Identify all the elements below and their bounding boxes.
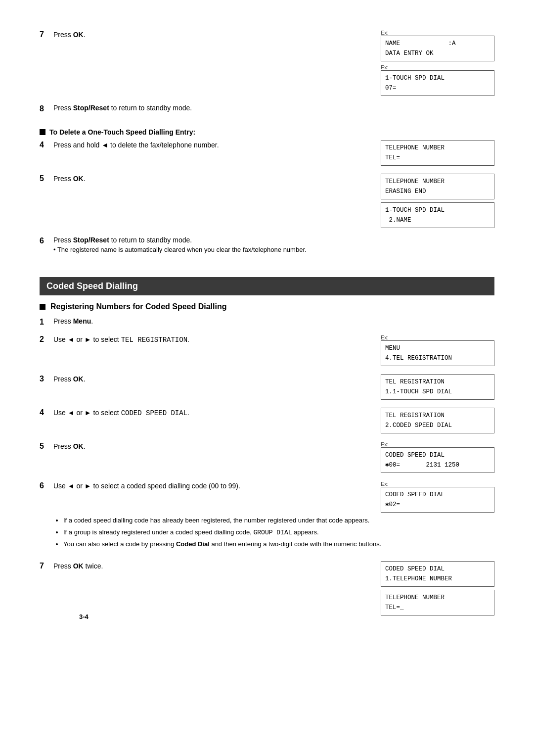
coded-step-5-number: 5 <box>40 442 53 451</box>
lcd-tel-reg-touch: TEL REGISTRATION 1.1-TOUCH SPD DIAL <box>381 374 494 400</box>
step-4-delete-text: Press and hold ◄ to delete the fax/telep… <box>53 140 361 152</box>
step-6-delete-text: Press Stop/Reset to return to standby mo… <box>53 236 494 244</box>
coded-step-6-block: 6 Use ◄ or ► to select a coded speed dia… <box>40 481 494 553</box>
lcd-coded-speed-dial-02: CODED SPEED DIAL ✱02= <box>381 487 494 513</box>
coded-step-7-number: 7 <box>40 562 53 570</box>
coded-step-1-number: 1 <box>40 318 53 327</box>
step-4-delete-row: Press and hold ◄ to delete the fax/telep… <box>53 140 494 166</box>
coded-step-6-note-3: You can also select a code by pressing C… <box>63 539 494 549</box>
coded-step-4-lcd-group: TEL REGISTRATION 2.CODED SPEED DIAL <box>381 408 494 433</box>
coded-step-2-row: Use ◄ or ► to select TEL REGISTRATION. E… <box>53 334 494 366</box>
lcd-touch-spd-name: 1-TOUCH SPD DIAL 2.NAME <box>381 202 494 228</box>
page-footer: 3-4 <box>40 620 494 650</box>
coded-step-7-lcd-group: CODED SPEED DIAL 1.TELEPHONE NUMBER TELE… <box>381 561 494 615</box>
coded-step-2-block: 2 Use ◄ or ► to select TEL REGISTRATION.… <box>40 334 494 366</box>
coded-step-4-number: 4 <box>40 408 53 417</box>
coded-step-1-block: 1 Press Menu. <box>40 317 494 327</box>
step-8-block: 8 Press Stop/Reset to return to standby … <box>40 104 494 113</box>
step-4-delete-block: 4 Press and hold ◄ to delete the fax/tel… <box>40 140 494 166</box>
coded-step-3-row: Press OK. TEL REGISTRATION 1.1-TOUCH SPD… <box>53 374 494 400</box>
coded-step-6-notes: If a coded speed dialling code has alrea… <box>63 516 494 549</box>
registering-numbers-header: Registering Numbers for Coded Speed Dial… <box>40 302 494 311</box>
coded-step-6-note-2: If a group is already registered under a… <box>63 527 494 538</box>
step-5-delete-lcd-group: TELEPHONE NUMBER ERASING END 1-TOUCH SPD… <box>381 174 494 228</box>
step-5-delete-block: 5 Press OK. TELEPHONE NUMBER ERASING END… <box>40 174 494 228</box>
coded-step-3-number: 3 <box>40 375 53 383</box>
coded-step-4-block: 4 Use ◄ or ► to select CODED SPEED DIAL.… <box>40 408 494 433</box>
step-7-block: 7 Press OK. Ex: NAME :A DATA ENTRY OK Ex… <box>40 30 494 96</box>
coded-speed-dialling-header: Coded Speed Dialling <box>40 277 494 295</box>
lcd-touch-spd-dial: 1-TOUCH SPD DIAL 07= <box>381 70 494 96</box>
coded-step-2-number: 2 <box>40 335 53 344</box>
coded-step-6-number: 6 <box>40 481 53 490</box>
step-7-text: Press OK. <box>53 30 361 42</box>
lcd-erasing-end: TELEPHONE NUMBER ERASING END <box>381 174 494 199</box>
step-5-delete-number: 5 <box>40 174 53 183</box>
step-7-row: Press OK. Ex: NAME :A DATA ENTRY OK Ex: … <box>53 30 494 96</box>
coded-step-5-row: Press OK. Ex: CODED SPEED DIAL ✱00= 2131… <box>53 441 494 473</box>
delete-subsection-header: To Delete a One-Touch Speed Dialling Ent… <box>40 128 494 136</box>
coded-step-6-note-1: If a coded speed dialling code has alrea… <box>63 516 494 525</box>
step-5-delete-text: Press OK. <box>53 174 361 186</box>
step-7-lcd-1: Ex: NAME :A DATA ENTRY OK <box>381 30 494 61</box>
step-6-delete-number: 6 <box>40 236 53 245</box>
step-7-number: 7 <box>40 30 53 39</box>
lcd-tel-reg-coded: TEL REGISTRATION 2.CODED SPEED DIAL <box>381 408 494 433</box>
coded-step-1-text: Press Menu. <box>53 317 494 325</box>
page-content: 7 Press OK. Ex: NAME :A DATA ENTRY OK Ex… <box>40 30 494 615</box>
coded-step-4-text: Use ◄ or ► to select CODED SPEED DIAL. <box>53 408 361 421</box>
coded-step-5-block: 5 Press OK. Ex: CODED SPEED DIAL ✱00= 21… <box>40 441 494 473</box>
coded-step-2-text: Use ◄ or ► to select TEL REGISTRATION. <box>53 334 361 347</box>
step-7-lcd-2: Ex: 1-TOUCH SPD DIAL 07= <box>381 64 494 96</box>
black-square-icon <box>40 129 45 135</box>
coded-step-6-row: Use ◄ or ► to select a coded speed diall… <box>53 481 494 513</box>
lcd-telephone-number-1: TELEPHONE NUMBER TEL= <box>381 140 494 166</box>
coded-step-3-block: 3 Press OK. TEL REGISTRATION 1.1-TOUCH S… <box>40 374 494 400</box>
page-number: 3-4 <box>79 613 89 620</box>
coded-step-3-lcd-group: TEL REGISTRATION 1.1-TOUCH SPD DIAL <box>381 374 494 400</box>
step-6-delete-block: 6 Press Stop/Reset to return to standby … <box>40 236 494 253</box>
coded-step-7-text: Press OK twice. <box>53 561 361 573</box>
lcd-telephone-tel: TELEPHONE NUMBER TEL=_ <box>381 590 494 615</box>
coded-step-2-lcd-group: Ex: MENU 4.TEL REGISTRATION <box>381 334 494 366</box>
step-7-lcd-group: Ex: NAME :A DATA ENTRY OK Ex: 1-TOUCH SP… <box>381 30 494 96</box>
step-4-delete-number: 4 <box>40 141 53 149</box>
coded-step-7-row: Press OK twice. CODED SPEED DIAL 1.TELEP… <box>53 561 494 615</box>
black-square-icon-2 <box>40 304 45 310</box>
coded-step-6-text: Use ◄ or ► to select a coded speed diall… <box>53 481 361 493</box>
coded-step-4-row: Use ◄ or ► to select CODED SPEED DIAL. T… <box>53 408 494 433</box>
step-8-number: 8 <box>40 104 53 113</box>
step-4-delete-lcd-group: TELEPHONE NUMBER TEL= <box>381 140 494 166</box>
step-6-delete-note: • The registered name is automatically c… <box>53 246 494 253</box>
coded-step-7-block: 7 Press OK twice. CODED SPEED DIAL 1.TEL… <box>40 561 494 615</box>
lcd-name-data-entry: NAME :A DATA ENTRY OK <box>381 36 494 61</box>
step-8-text: Press Stop/Reset to return to standby mo… <box>53 104 494 112</box>
lcd-coded-speed-dial-00: CODED SPEED DIAL ✱00= 2131 1250 <box>381 447 494 473</box>
coded-step-5-text: Press OK. <box>53 441 361 454</box>
coded-step-6-lcd-group: Ex: CODED SPEED DIAL ✱02= <box>381 481 494 513</box>
coded-step-3-text: Press OK. <box>53 374 361 386</box>
lcd-coded-spd-telephone: CODED SPEED DIAL 1.TELEPHONE NUMBER <box>381 561 494 587</box>
step-5-delete-row: Press OK. TELEPHONE NUMBER ERASING END 1… <box>53 174 494 228</box>
lcd-menu-tel-registration: MENU 4.TEL REGISTRATION <box>381 340 494 366</box>
coded-step-5-lcd-group: Ex: CODED SPEED DIAL ✱00= 2131 1250 <box>381 441 494 473</box>
